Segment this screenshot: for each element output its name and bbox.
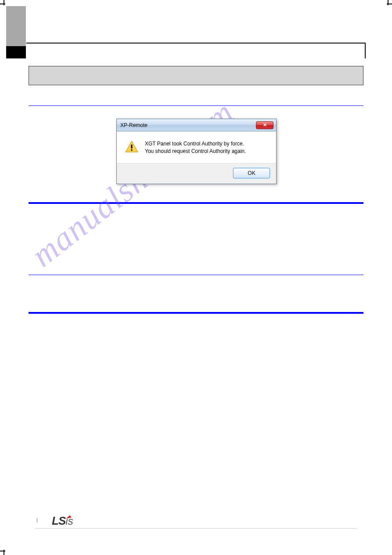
svg-point-1 [131,149,133,151]
alert-dialog: XP-Remote ✕ XGT Panel took Control Autho… [116,119,277,184]
dialog-title-text: XP-Remote [119,122,256,128]
dialog-body: XGT Panel took Control Authority by forc… [117,131,276,163]
crop-mark [4,550,4,555]
divider [29,105,363,106]
message-line: XGT Panel took Control Authority by forc… [145,140,246,148]
crop-mark [388,0,388,5]
header-rule-corner [365,43,366,58]
brand-logo: LSIS [52,514,73,528]
warning-icon [125,140,139,153]
divider-thick [29,312,363,314]
footer-rule [35,528,357,529]
dialog-titlebar[interactable]: XP-Remote ✕ [117,119,276,131]
close-button[interactable]: ✕ [256,121,273,129]
dialog-footer: OK [117,163,276,184]
divider-thick [29,202,363,204]
svg-rect-0 [131,145,133,149]
divider [29,275,363,275]
crop-mark [4,0,4,5]
crop-mark [0,4,5,4]
crop-mark [0,551,5,551]
logo-is: IS [65,518,73,526]
page-indicator: | [36,517,38,522]
section-heading-bar [29,66,363,85]
logo-ls: LS [52,514,65,527]
ok-button[interactable]: OK [233,168,270,178]
page-side-marker [6,46,26,58]
close-icon: ✕ [263,122,267,128]
dialog-message: XGT Panel took Control Authority by forc… [145,140,246,155]
message-line: You should request Control Authority aga… [145,148,246,155]
header-rule [26,43,366,44]
